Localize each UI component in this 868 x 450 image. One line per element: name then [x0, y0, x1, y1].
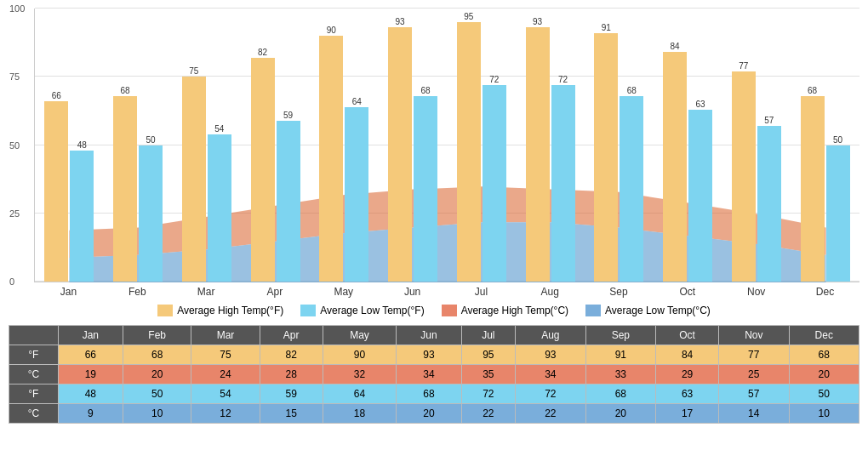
high-f-bar: 68 — [113, 9, 137, 282]
x-axis-label: Aug — [516, 282, 585, 298]
table-header-cell: Jan — [58, 326, 123, 345]
table-header-cell: Sep — [585, 326, 655, 345]
table-cell: 50 — [789, 384, 859, 404]
x-axis-label: May — [309, 282, 378, 298]
table-header-cell — [9, 326, 59, 345]
table-cell: 22 — [516, 404, 585, 424]
high-f-bar: 95 — [457, 9, 481, 282]
month-group: 6850 — [104, 9, 173, 282]
chart-inner: 0255075100192024283234353433292520910121… — [34, 9, 859, 298]
low-f-bar: 59 — [277, 9, 300, 282]
high-f-value: 82 — [258, 48, 267, 57]
low-f-bar-rect — [757, 126, 781, 282]
table-cell: 20 — [585, 404, 655, 424]
low-f-bar: 68 — [620, 9, 643, 282]
table-cell: 72 — [461, 384, 516, 404]
table-header-cell: Mar — [191, 326, 260, 345]
table-header-cell: Nov — [719, 326, 789, 345]
high-f-bar-rect — [251, 58, 275, 282]
bars-row: 6850 — [104, 9, 173, 282]
low-f-bar-rect — [70, 151, 94, 282]
y-tick-label: 0 — [9, 276, 14, 287]
high-f-bar-rect — [44, 101, 68, 282]
high-f-bar: 91 — [594, 9, 618, 282]
high-f-bar-rect — [526, 27, 550, 282]
table-header-cell: Dec — [789, 326, 859, 345]
high-f-bar-rect — [457, 22, 481, 282]
y-tick-label: 100 — [9, 3, 25, 14]
data-table: JanFebMarAprMayJunJulAugSepOctNovDec°F66… — [9, 325, 859, 424]
high-f-value: 91 — [602, 23, 611, 32]
table-cell: 66 — [58, 345, 123, 365]
bars-row: 9168 — [585, 9, 654, 282]
table-header-cell: Apr — [260, 326, 323, 345]
high-f-value: 68 — [808, 86, 817, 95]
legend-swatch — [157, 305, 173, 316]
low-f-bar-rect — [277, 121, 300, 282]
low-f-value: 57 — [764, 116, 774, 125]
high-f-bar: 93 — [388, 9, 412, 282]
legend-swatch — [585, 305, 601, 316]
high-f-value: 93 — [396, 17, 405, 26]
month-group: 9168 — [585, 9, 654, 282]
high-f-value: 66 — [52, 91, 61, 100]
table-cell: 82 — [260, 345, 323, 365]
table-row: °C91012151820222220171410 — [9, 404, 859, 424]
x-axis-label: Mar — [172, 282, 241, 298]
chart-area: 0255075100192024283234353433292520910121… — [9, 9, 859, 298]
table-cell: 15 — [260, 404, 323, 424]
high-f-bar-rect — [319, 36, 343, 282]
high-f-bar-rect — [388, 27, 412, 282]
month-group: 9572 — [448, 9, 517, 282]
high-f-value: 95 — [464, 12, 473, 21]
legend-swatch — [442, 305, 457, 316]
low-f-value: 59 — [283, 111, 293, 120]
high-f-value: 75 — [189, 66, 198, 76]
low-f-value: 54 — [214, 124, 224, 134]
legend-item: Average High Temp(°F) — [157, 305, 283, 316]
table-row: °C192024283234353433292520 — [9, 365, 859, 384]
table-cell: 25 — [719, 365, 789, 384]
high-f-value: 68 — [121, 86, 130, 95]
legend: Average High Temp(°F)Average Low Temp(°F… — [9, 298, 859, 323]
month-group: 8463 — [654, 9, 722, 282]
legend-label: Average High Temp(°F) — [177, 305, 283, 316]
table-cell: 68 — [397, 384, 461, 404]
y-tick-label: 75 — [9, 71, 20, 82]
low-f-bar-rect — [345, 107, 368, 282]
x-axis-label: Jul — [447, 282, 516, 298]
high-f-bar-rect — [182, 77, 206, 282]
table-cell: 20 — [123, 365, 191, 384]
table-cell: 72 — [516, 384, 585, 404]
table-cell: 57 — [719, 384, 789, 404]
month-group: 6648 — [35, 9, 104, 282]
x-axis-label: Dec — [791, 282, 859, 298]
bars-row: 7757 — [722, 9, 791, 282]
row-unit-label: °F — [9, 384, 59, 404]
x-axis-label: Jan — [34, 282, 103, 298]
table-cell: 48 — [58, 384, 123, 404]
y-tick-label: 50 — [9, 140, 20, 151]
main-container: 0255075100192024283234353433292520910121… — [0, 0, 868, 424]
bars-row: 6850 — [791, 9, 859, 282]
legend-item: Average Low Temp(°F) — [300, 305, 424, 316]
low-f-value: 72 — [489, 75, 499, 84]
high-f-bar: 77 — [732, 9, 756, 282]
low-f-bar: 54 — [208, 9, 231, 282]
low-f-bar: 63 — [688, 9, 712, 282]
table-cell: 14 — [719, 404, 789, 424]
low-f-value: 68 — [421, 86, 431, 95]
high-f-value: 90 — [327, 26, 336, 35]
table-cell: 35 — [461, 365, 516, 384]
row-unit-label: °F — [9, 345, 59, 365]
low-f-bar-rect — [826, 145, 850, 282]
legend-item: Average High Temp(°C) — [442, 305, 568, 316]
bars-row: 8259 — [241, 9, 310, 282]
legend-label: Average High Temp(°C) — [461, 305, 568, 316]
x-axis-label: Sep — [585, 282, 654, 298]
low-f-bar-rect — [688, 110, 712, 282]
high-f-bar: 75 — [182, 9, 206, 282]
low-f-value: 64 — [352, 97, 362, 106]
bars-container: 6648685075548259906493689572937291688463… — [35, 9, 859, 282]
x-axis-label: Nov — [722, 282, 791, 298]
